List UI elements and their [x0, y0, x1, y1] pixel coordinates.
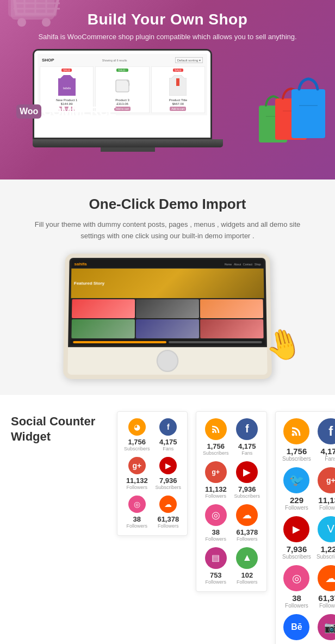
fb-label: Fans	[156, 446, 182, 451]
rss-label-lg: Subscribers	[282, 456, 311, 462]
product-name: Product Title	[153, 98, 203, 102]
laptop-mockup: SHOP Showing all 6 results Default sorti…	[33, 49, 223, 152]
soundcloud-count: 61,378	[156, 515, 182, 523]
gplus-count-lg: 11,132	[317, 496, 335, 505]
demo-site-logo: sahifa	[74, 262, 86, 267]
social-item-gplus3: g+ 11,132 Followers	[317, 467, 335, 511]
social-item-fb: f 4,175 Fans	[156, 418, 182, 451]
social-item-appnet: ▲ 102 Followers	[234, 547, 260, 585]
svg-point-8	[17, 18, 26, 27]
shop-mock-subtitle: Showing all 6 results	[102, 59, 127, 62]
social-text-col: Social Counter Widget	[11, 411, 109, 456]
soundcloud-icon-med: ☁	[236, 504, 258, 526]
soundcloud-label-lg: Followers	[317, 603, 335, 609]
behance-icon-lg: Bē	[283, 614, 309, 640]
vimeo-label-lg: Subscribers	[317, 554, 335, 560]
social-item-soundcloud: ☁ 61,378 Followers	[156, 496, 182, 529]
appnet-label-med: Followers	[234, 579, 260, 585]
social-title: Social Counter Widget	[11, 414, 109, 445]
dribbble-icon: ◎	[128, 496, 146, 513]
demo-grid-item	[136, 299, 199, 318]
social-item-soundcloud3: ☁ 61,378 Followers	[317, 565, 335, 609]
demo-grid-item	[72, 299, 135, 318]
social-widget-medium: 1,756 Subscribers f 4,175 Fans g+ 11,132…	[196, 411, 267, 592]
demo-nav-item: Shop	[255, 262, 261, 265]
social-item-behance: Bē 55,812 Followers	[282, 614, 311, 644]
demo-hero-text: Featured Story	[74, 281, 104, 286]
rss-label-med: Subscribers	[203, 450, 229, 456]
add-to-cart-btn[interactable]: Add to cart	[114, 107, 131, 111]
product-card: SALE Product Title $667.00 Add to cart	[151, 66, 205, 113]
gplus-label-lg: Followers	[317, 505, 335, 511]
tablet-mockup: sahifa Home About Contact Shop Featured …	[63, 253, 272, 379]
rss-icon-med	[205, 418, 227, 440]
laptop-stand	[101, 147, 155, 152]
social-item-vimeo: V 1,228 Subscribers	[317, 516, 335, 560]
demo-hero: Featured Story	[71, 268, 264, 298]
social-item-rss3: 1,756 Subscribers	[282, 418, 311, 462]
rss-icon-lg	[283, 418, 309, 444]
tablet-home-button[interactable]	[157, 350, 178, 372]
yt-label: Subscribers	[156, 485, 182, 490]
social-item-soundcloud2: ☁ 61,378 Followers	[234, 504, 260, 542]
woo-icon: Woo	[16, 104, 41, 119]
svg-point-21	[212, 431, 214, 433]
fb-count-lg: 4,175	[317, 447, 335, 456]
gplus-label-med: Followers	[203, 493, 229, 499]
social-item-fb3: f 4,175 Fans	[317, 418, 335, 462]
demo-section: One-Click Demo Import Fill your theme wi…	[0, 179, 335, 395]
commerce-text: COMMERCE	[42, 104, 116, 119]
gplus-count-med: 11,132	[203, 485, 229, 493]
vimeo-icon-lg: V	[318, 516, 335, 542]
vimeo-count-lg: 1,228	[317, 544, 335, 554]
rss-count-med: 1,756	[203, 442, 229, 450]
yt-icon-med: ▶	[236, 461, 258, 483]
dribbble-count: 38	[124, 515, 150, 523]
product-image	[97, 73, 147, 97]
social-item-instagram2: 📷 753 Followers	[317, 614, 335, 644]
dribbble-label: Followers	[124, 523, 150, 529]
cart-ghost-icon	[5, 0, 71, 46]
fb-label-lg: Fans	[317, 456, 335, 462]
instagram-label-med: Followers	[203, 579, 229, 585]
shop-mockup-header: SHOP Showing all 6 results Default sorti…	[40, 56, 205, 64]
fb-icon-lg: f	[318, 418, 335, 444]
social-item-yt3: ▶ 7,936 Subscribers	[282, 516, 311, 560]
rss-count-lg: 1,756	[282, 447, 311, 456]
demo-title: One-Click Demo Import	[11, 196, 324, 213]
instagram-icon-med: ▤	[205, 547, 227, 569]
demo-nav-item: Home	[225, 262, 232, 265]
demo-description: Fill your theme with dummy content posts…	[32, 219, 303, 242]
fb-label-med: Fans	[234, 450, 260, 456]
yt-icon-lg: ▶	[283, 516, 309, 542]
demo-action-row	[70, 339, 265, 345]
social-item-twitter3: 🐦 229 Followers	[282, 467, 311, 511]
social-grid-small: ◕ 1,756 Subscribers f 4,175 Fans g+ 11,1…	[124, 418, 181, 529]
social-item-dribbble: ◎ 38 Followers	[124, 496, 150, 529]
twitter-count-lg: 229	[282, 496, 311, 505]
social-item-fb2: f 4,175 Fans	[234, 418, 260, 456]
social-item-gplus: g+ 11,132 Followers	[124, 457, 150, 490]
yt-label-med: Subscribers	[234, 493, 260, 499]
demo-grid-item	[71, 319, 135, 338]
laptop-screen: SHOP Showing all 6 results Default sorti…	[34, 51, 210, 138]
dribbble-icon-med: ◎	[205, 504, 227, 526]
product-badge: SALE	[61, 69, 72, 72]
svg-rect-14	[176, 78, 179, 86]
product-name: New Product 1	[42, 98, 91, 102]
svg-point-22	[292, 433, 295, 436]
add-to-cart-btn[interactable]: Add to cart	[170, 107, 186, 111]
demo-nav-item: About	[234, 262, 241, 265]
dribbble-label-med: Followers	[203, 536, 229, 542]
yt-icon: ▶	[159, 457, 177, 474]
instagram-count-med: 753	[203, 571, 229, 579]
appnet-icon-med: ▲	[236, 547, 258, 569]
social-item-yt2: ▶ 7,936 Subscribers	[234, 461, 260, 499]
social-widget-large: 1,756 Subscribers f 4,175 Fans 🐦 229 Fol…	[275, 411, 335, 644]
social-grid-large: 1,756 Subscribers f 4,175 Fans 🐦 229 Fol…	[282, 418, 335, 644]
behance-count-lg: 55,812	[282, 642, 311, 644]
rss-label: Subscribers	[124, 446, 150, 451]
demo-nav-item: Contact	[243, 262, 252, 265]
fb-count: 4,175	[156, 438, 182, 446]
soundcloud-icon-lg: ☁	[318, 565, 335, 591]
